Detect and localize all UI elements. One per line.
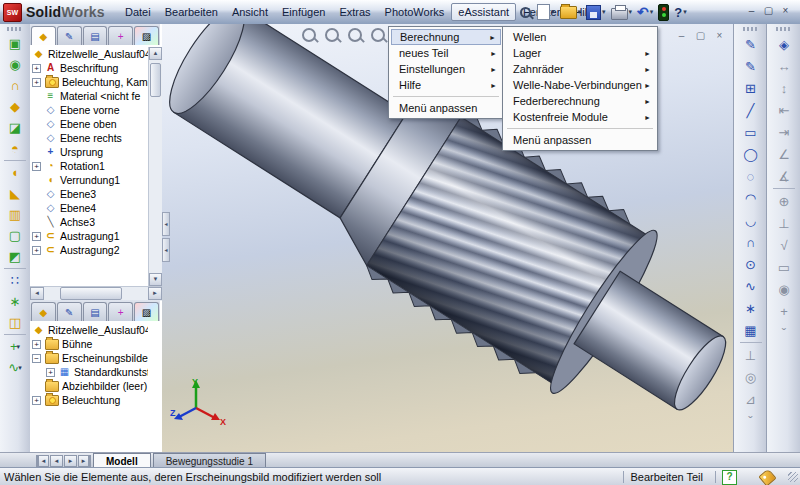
zoom-fit-icon[interactable] [302, 28, 316, 42]
extruded-boss-icon[interactable]: ▣ [4, 33, 26, 54]
new-document-icon[interactable] [537, 4, 550, 20]
swept-boss-icon[interactable]: ∩ [4, 75, 26, 96]
tree-row[interactable]: Ebene3 [30, 187, 148, 201]
tree-root-label[interactable]: Ritzelwelle_Auslauf0420 [48, 324, 148, 336]
tree-root-row[interactable]: Ritzelwelle_Auslauf0420 [30, 323, 148, 337]
horizontal-dimension-icon[interactable]: ↔ [773, 55, 795, 77]
extruded-cut-icon[interactable]: ◪ [4, 117, 26, 138]
print-dropdown-arrow[interactable]: ▾ [629, 8, 633, 16]
rectangle-icon[interactable]: ▭ [740, 121, 762, 143]
tree-row[interactable]: +Beleuchtung, Kam [30, 75, 148, 89]
save-dropdown-arrow[interactable]: ▾ [602, 8, 606, 16]
expand-toggle[interactable]: + [32, 64, 41, 73]
3d-sketch-icon[interactable]: ✎ [740, 55, 762, 77]
propertymanager-tab[interactable]: ✎ [57, 302, 82, 321]
tree-row[interactable]: +Standardkunststo [30, 365, 148, 379]
menu-photoworks[interactable]: PhotoWorks [378, 3, 452, 21]
menu-item-menue-anpassen[interactable]: Menü anpassen [505, 132, 655, 148]
open-document-icon[interactable] [560, 6, 577, 19]
collapse-toggle[interactable]: − [32, 354, 41, 363]
tree-item-label[interactable]: Beschriftung [60, 62, 118, 74]
new-dropdown-arrow[interactable]: ▾ [551, 8, 555, 16]
toolbar-grip[interactable] [776, 27, 792, 31]
circle-icon[interactable]: ◯ [740, 143, 762, 165]
undo-dropdown-arrow[interactable]: ▾ [650, 8, 654, 16]
expand-toggle[interactable]: + [32, 340, 41, 349]
doc-restore-button[interactable]: ▢ [693, 29, 708, 42]
collapse-panel-button[interactable]: ◄ [162, 238, 170, 262]
dimxpertmanager-tab[interactable]: + [108, 26, 133, 45]
toolbar-grip[interactable] [7, 27, 23, 31]
tree-item-label[interactable]: Erscheinungsbilder (S [62, 352, 148, 364]
tree-item-label[interactable]: Abziehbilder (leer) [62, 380, 147, 392]
next-tab-button[interactable]: ► [64, 455, 77, 467]
menu-item-wellen[interactable]: Wellen [505, 29, 655, 45]
more-tools-chevron-icon[interactable]: ˇ [740, 410, 762, 432]
modify-sketch-icon[interactable]: ⊞ [740, 77, 762, 99]
open-dropdown-arrow[interactable]: ▾ [578, 8, 582, 16]
menu-extras[interactable]: Extras [332, 3, 377, 21]
print-icon[interactable] [611, 8, 628, 20]
tab-modell[interactable]: Modell [93, 453, 151, 468]
menu-item-kostenfreie-module[interactable]: Kostenfreie Module► [505, 109, 655, 125]
datum-feature-icon[interactable]: ⊥ [773, 212, 795, 234]
ellipse-icon[interactable]: ⊙ [740, 253, 762, 275]
lofted-boss-icon[interactable]: ◆ [4, 96, 26, 117]
tree-root-row[interactable]: Ritzelwelle_Auslauf04 [30, 47, 148, 61]
resize-grip[interactable] [788, 472, 798, 482]
rotate-view-icon[interactable] [371, 28, 385, 42]
tree-row[interactable]: Ursprung [30, 145, 148, 159]
previous-tab-button[interactable]: ◄ [50, 455, 63, 467]
smart-dimension-icon[interactable]: ◈ [773, 33, 795, 55]
chamfer-icon[interactable]: ◣ [4, 183, 26, 204]
tree-item-label[interactable]: Rotation1 [60, 160, 105, 172]
tree-item-label[interactable]: Ebene vorne [60, 104, 120, 116]
search-icon[interactable] [517, 4, 533, 20]
mirror-icon[interactable]: ◫ [4, 312, 26, 333]
reference-geometry-icon[interactable]: +▾ [4, 336, 26, 357]
angular-dimension-icon[interactable]: ∡ [773, 165, 795, 187]
menu-item-zahnraeder[interactable]: Zahnräder► [505, 61, 655, 77]
last-tab-button[interactable]: ► [78, 455, 91, 467]
tree-item-label[interactable]: Beleuchtung [62, 394, 120, 406]
ordinate-dimension-icon[interactable]: ⇥ [773, 121, 795, 143]
tree-row[interactable]: Ebene oben [30, 117, 148, 131]
tree-row[interactable]: +Austragung1 [30, 229, 148, 243]
menu-item-lager[interactable]: Lager► [505, 45, 655, 61]
expand-toggle[interactable]: + [32, 232, 41, 241]
center-mark-icon[interactable]: + [773, 300, 795, 322]
linear-pattern-icon[interactable]: ∷ [4, 270, 26, 291]
tree-vertical-scrollbar[interactable]: ▲ ▼ [148, 47, 162, 286]
scroll-right-button[interactable]: ► [148, 287, 162, 300]
minimize-button[interactable]: – [744, 3, 759, 18]
curves-icon[interactable]: ∿▾ [4, 357, 26, 378]
hatch-icon[interactable]: ▦ [740, 319, 762, 341]
tree-row[interactable]: Material <nicht fe [30, 89, 148, 103]
configurationmanager-tab[interactable]: ▤ [83, 302, 108, 321]
tab-bewegungsstudie[interactable]: Bewegungsstudie 1 [153, 453, 266, 468]
doc-minimize-button[interactable]: – [674, 29, 689, 42]
configurationmanager-tab[interactable]: ▤ [83, 26, 108, 45]
tree-item-label[interactable]: Beleuchtung, Kam [62, 76, 148, 88]
tree-item-label[interactable]: Bühne [62, 338, 92, 350]
tree-horizontal-scrollbar[interactable]: ◄ ► [30, 286, 162, 301]
line-icon[interactable]: ╱ [740, 99, 762, 121]
expand-toggle[interactable]: + [32, 396, 41, 405]
dimxpertmanager-tab[interactable]: + [108, 302, 133, 321]
tree-item-label[interactable]: Verrundung1 [60, 174, 120, 186]
menu-item-welle-nabe-verbindungen[interactable]: Welle-Nabe-Verbindungen► [505, 77, 655, 93]
save-icon[interactable] [586, 5, 601, 20]
trim-entities-icon[interactable]: ⊿ [740, 388, 762, 410]
propertymanager-tab[interactable]: ✎ [57, 26, 82, 45]
menu-ansicht[interactable]: Ansicht [225, 3, 275, 21]
menu-einfuegen[interactable]: Einfügen [275, 3, 332, 21]
tree-item-label[interactable]: Ebene3 [60, 188, 96, 200]
tree-item-label[interactable]: Austragung1 [60, 230, 120, 242]
tree-row[interactable]: +Bühne [30, 337, 148, 351]
maximize-button[interactable]: ▢ [761, 3, 776, 18]
balloon-icon[interactable]: ◉ [773, 278, 795, 300]
tree-row[interactable]: +Rotation1 [30, 159, 148, 173]
tree-item-label[interactable]: Ursprung [60, 146, 103, 158]
displaymanager-tab[interactable]: ▨ [134, 26, 159, 45]
shell-icon[interactable]: ▢ [4, 225, 26, 246]
